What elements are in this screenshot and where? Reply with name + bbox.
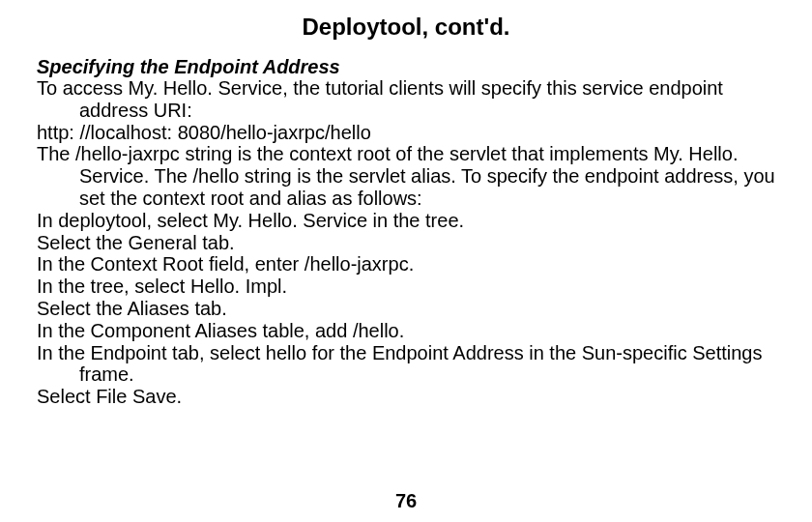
body-paragraph: In the Endpoint tab, select hello for th… [37,342,775,387]
body-paragraph: Select the General tab. [37,232,775,254]
body-paragraph: In the Component Aliases table, add /hel… [37,320,775,342]
body-paragraph: Select File Save. [37,386,775,408]
body-paragraph: In the tree, select Hello. Impl. [37,276,775,298]
slide: Deploytool, cont'd. Specifying the Endpo… [0,0,812,522]
slide-body: Specifying the Endpoint Address To acces… [37,56,775,408]
body-paragraph: The /hello-jaxrpc string is the context … [37,143,775,209]
body-paragraph: In the Context Root field, enter /hello-… [37,253,775,276]
body-paragraph: http: //localhost: 8080/hello-jaxrpc/hel… [37,122,775,144]
slide-title: Deploytool, cont'd. [37,14,775,41]
section-subheading: Specifying the Endpoint Address [37,56,775,77]
page-number: 76 [0,490,812,512]
body-paragraph: Select the Aliases tab. [37,298,775,320]
body-paragraph: To access My. Hello. Service, the tutori… [37,77,775,122]
body-paragraph: In deploytool, select My. Hello. Service… [37,210,775,232]
